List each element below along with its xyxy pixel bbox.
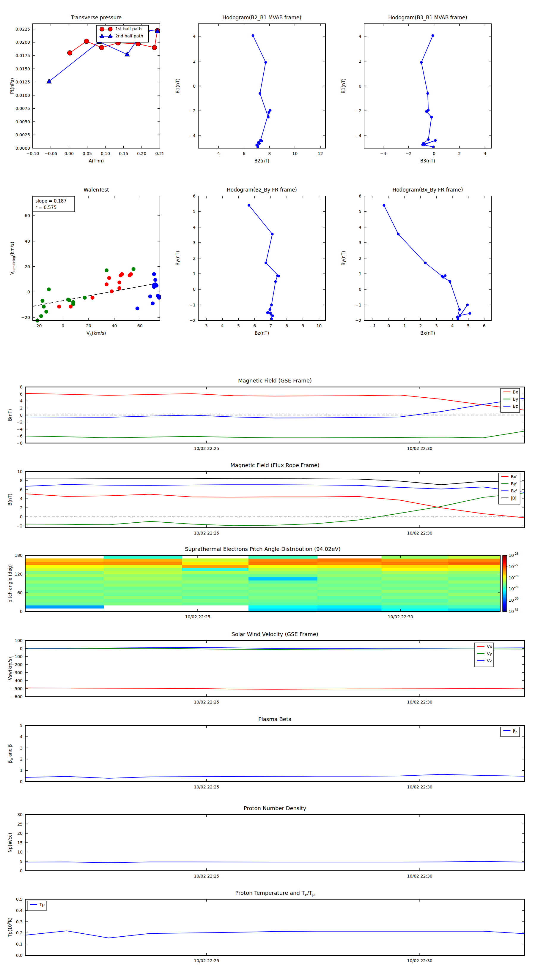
chart-title: Suprathermal Electrons Pitch Angle Distr… bbox=[185, 546, 341, 552]
axis-ticks bbox=[198, 24, 326, 148]
panel-pitch-angle-distribution: 10/02 22:2510/02 22:30060120180Suprather… bbox=[6, 541, 535, 627]
y-tick-label: 0.0000 bbox=[16, 146, 30, 151]
heatmap-cell bbox=[448, 580, 500, 584]
heatmap-cell bbox=[25, 602, 104, 606]
y-tick-label: 5 bbox=[359, 209, 361, 214]
heatmap-cell bbox=[318, 605, 382, 608]
y-axis-label: B1(nT) bbox=[341, 78, 346, 93]
heatmap-cell bbox=[249, 568, 318, 571]
heatmap-cell bbox=[104, 562, 182, 565]
y-tick-label: 5 bbox=[20, 859, 22, 864]
heatmap-cell bbox=[382, 584, 448, 587]
marker-dot bbox=[152, 272, 156, 276]
heatmap-cell bbox=[104, 565, 182, 568]
x-tick-label: −0.10 bbox=[26, 151, 39, 156]
series-line bbox=[25, 393, 525, 410]
series-Bx' bbox=[25, 494, 525, 518]
y-tick-label: 60 bbox=[25, 213, 30, 218]
hodogram_bx_by-svg: −10123456−2−10123456Hodogram(Bx_By FR fr… bbox=[340, 181, 495, 339]
legend-label: 1st half path bbox=[115, 26, 142, 31]
x-tick-label: 2 bbox=[419, 323, 422, 328]
annotation-box: slope = 0.187r = 0.575 bbox=[33, 196, 75, 212]
heatmap-cell bbox=[104, 568, 182, 571]
y-tick-label: 6 bbox=[359, 194, 361, 198]
x-tick-label: 10 bbox=[292, 151, 297, 156]
b_fr-svg: 10/02 22:2510/02 22:30−20246810Magnetic … bbox=[6, 457, 535, 544]
marker-dot bbox=[105, 282, 109, 286]
y-tick-label: 3 bbox=[20, 746, 22, 751]
y-tick-label: 20 bbox=[17, 831, 22, 836]
heatmap-cell bbox=[382, 596, 448, 599]
y-axis-label: B(nT) bbox=[8, 493, 13, 506]
x-tick-label: 10/02 22:30 bbox=[407, 958, 433, 963]
x-tick-label: 8 bbox=[268, 151, 271, 156]
marker-dot bbox=[155, 283, 158, 288]
y-tick-label: 4 bbox=[359, 225, 361, 229]
chart-title: Proton Temperature and Te/Tp bbox=[235, 890, 315, 897]
y-tick-label: −200 bbox=[11, 662, 22, 667]
chart-hodogram-b3-b1: −4−2024−4−2024Hodogram(B3_B1 MVAB frame)… bbox=[340, 8, 495, 167]
y-tick-label: 8 bbox=[20, 478, 22, 483]
series-By bbox=[25, 431, 525, 438]
axes-frame bbox=[25, 725, 525, 782]
annotation-line: r = 0.575 bbox=[35, 205, 56, 210]
y-axis-label: By(nT) bbox=[175, 251, 180, 266]
legend-label: Bx' bbox=[511, 474, 517, 479]
heatmap-cell bbox=[182, 580, 249, 584]
y-tick-label: −1 bbox=[355, 302, 361, 307]
legend-label: Vx bbox=[487, 644, 492, 649]
y-tick-label: −400 bbox=[11, 678, 22, 683]
marker-dot bbox=[420, 61, 423, 64]
chart-title: Solar Wind Velocity (GSE Frame) bbox=[232, 631, 318, 637]
series-line bbox=[25, 478, 525, 485]
y-axis-label: βp and β bbox=[8, 744, 13, 763]
heatmap-cell bbox=[182, 599, 249, 602]
heatmap-cell bbox=[249, 602, 318, 606]
marker-dot bbox=[157, 296, 161, 300]
marker-dot bbox=[260, 140, 263, 142]
x-tick-label: 0 bbox=[387, 323, 390, 328]
heatmap-cell bbox=[318, 602, 382, 606]
heatmap-cell bbox=[104, 590, 182, 593]
walen_test-svg: −200204060−200204060WalenTestVA(km/s)Vre… bbox=[8, 181, 163, 339]
tp-svg: 10/02 22:2510/02 22:300.00.10.20.30.40.5… bbox=[6, 885, 535, 971]
chart-title: Magnetic Field (GSE Frame) bbox=[238, 377, 312, 384]
x-tick-label: 0.20 bbox=[137, 151, 146, 156]
series-line bbox=[25, 931, 525, 938]
axes-frame bbox=[198, 24, 326, 148]
legend-label: Bx bbox=[513, 390, 518, 395]
heatmap-cell bbox=[25, 605, 104, 608]
x-axis-label: Bx(nT) bbox=[420, 331, 435, 336]
colorbar-label: 10-30 bbox=[509, 597, 519, 603]
y-tick-label: 0.0025 bbox=[16, 132, 30, 137]
heatmap-cell bbox=[382, 577, 448, 581]
legend-label: 2nd half path bbox=[115, 33, 143, 38]
x-tick-label: 10 bbox=[316, 323, 322, 328]
series-|B| bbox=[25, 478, 525, 485]
legend: Bx'By'Bz'|B| bbox=[499, 473, 520, 504]
marker-dot bbox=[69, 305, 72, 309]
y-tick-label: 4 bbox=[359, 34, 361, 38]
heatmap-cell bbox=[249, 558, 318, 562]
y-tick-label: 2 bbox=[359, 59, 361, 64]
legend-label: Tp bbox=[39, 902, 45, 907]
y-tick-label: 2 bbox=[20, 757, 22, 761]
chart-title: Plasma Beta bbox=[258, 716, 292, 722]
marker-dot bbox=[269, 308, 271, 311]
series-line bbox=[25, 774, 525, 778]
y-tick-label: 2 bbox=[20, 506, 22, 510]
series-line bbox=[25, 648, 525, 649]
panel-magnetic-field-gse: 10/02 22:2510/02 22:30−8−6−4−202468Magne… bbox=[6, 373, 535, 459]
x-tick-label: −1 bbox=[370, 323, 376, 328]
vsw-svg: 10/02 22:2510/02 22:30−600−500−400−300−2… bbox=[6, 626, 535, 713]
heatmap-cell bbox=[25, 599, 104, 602]
heatmap-cell bbox=[249, 605, 318, 608]
heatmap-cell bbox=[249, 571, 318, 574]
series-beta_p bbox=[25, 774, 525, 778]
y-tick-label: 1 bbox=[193, 271, 196, 276]
heatmap-cell bbox=[318, 599, 382, 602]
x-tick-label: 3 bbox=[205, 323, 208, 328]
heatmap-cell bbox=[182, 587, 249, 590]
heatmap-cell bbox=[318, 565, 382, 568]
axes-frame bbox=[25, 472, 525, 528]
